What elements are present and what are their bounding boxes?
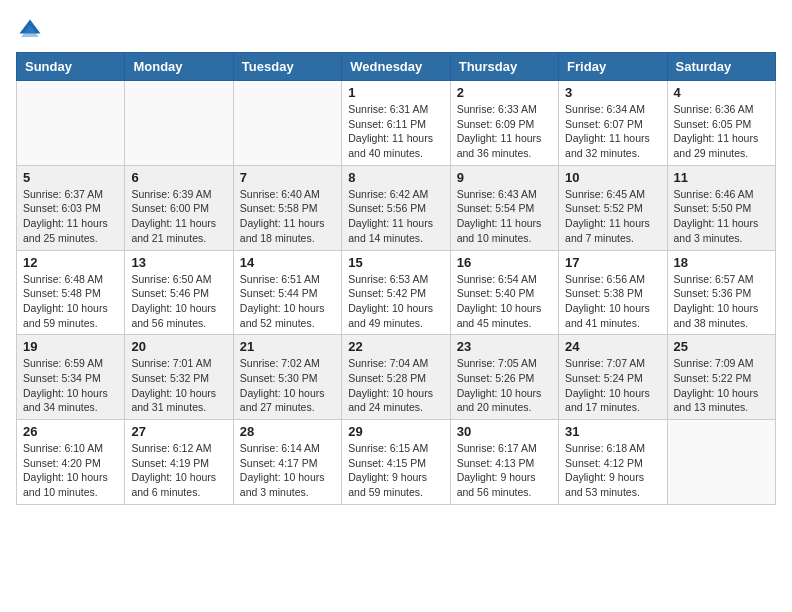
header-monday: Monday [125,53,233,81]
calendar-day-cell: 31Sunrise: 6:18 AM Sunset: 4:12 PM Dayli… [559,420,667,505]
day-info: Sunrise: 7:05 AM Sunset: 5:26 PM Dayligh… [457,356,552,415]
day-number: 1 [348,85,443,100]
calendar-day-cell: 10Sunrise: 6:45 AM Sunset: 5:52 PM Dayli… [559,165,667,250]
day-info: Sunrise: 6:46 AM Sunset: 5:50 PM Dayligh… [674,187,769,246]
day-info: Sunrise: 6:31 AM Sunset: 6:11 PM Dayligh… [348,102,443,161]
header-thursday: Thursday [450,53,558,81]
header-sunday: Sunday [17,53,125,81]
header-tuesday: Tuesday [233,53,341,81]
day-info: Sunrise: 6:33 AM Sunset: 6:09 PM Dayligh… [457,102,552,161]
day-info: Sunrise: 7:07 AM Sunset: 5:24 PM Dayligh… [565,356,660,415]
day-info: Sunrise: 6:15 AM Sunset: 4:15 PM Dayligh… [348,441,443,500]
day-number: 19 [23,339,118,354]
calendar-day-cell: 5Sunrise: 6:37 AM Sunset: 6:03 PM Daylig… [17,165,125,250]
day-info: Sunrise: 6:42 AM Sunset: 5:56 PM Dayligh… [348,187,443,246]
day-number: 15 [348,255,443,270]
day-number: 6 [131,170,226,185]
calendar-day-cell: 11Sunrise: 6:46 AM Sunset: 5:50 PM Dayli… [667,165,775,250]
day-info: Sunrise: 6:56 AM Sunset: 5:38 PM Dayligh… [565,272,660,331]
calendar-week-row: 5Sunrise: 6:37 AM Sunset: 6:03 PM Daylig… [17,165,776,250]
day-number: 27 [131,424,226,439]
calendar-day-cell: 19Sunrise: 6:59 AM Sunset: 5:34 PM Dayli… [17,335,125,420]
calendar-day-cell: 4Sunrise: 6:36 AM Sunset: 6:05 PM Daylig… [667,81,775,166]
calendar-day-cell: 22Sunrise: 7:04 AM Sunset: 5:28 PM Dayli… [342,335,450,420]
logo [16,16,48,44]
calendar-day-cell: 14Sunrise: 6:51 AM Sunset: 5:44 PM Dayli… [233,250,341,335]
calendar-day-cell: 9Sunrise: 6:43 AM Sunset: 5:54 PM Daylig… [450,165,558,250]
calendar-day-cell: 17Sunrise: 6:56 AM Sunset: 5:38 PM Dayli… [559,250,667,335]
calendar-header-row: SundayMondayTuesdayWednesdayThursdayFrid… [17,53,776,81]
day-info: Sunrise: 6:12 AM Sunset: 4:19 PM Dayligh… [131,441,226,500]
day-number: 14 [240,255,335,270]
day-number: 21 [240,339,335,354]
calendar-day-cell: 2Sunrise: 6:33 AM Sunset: 6:09 PM Daylig… [450,81,558,166]
day-number: 5 [23,170,118,185]
day-info: Sunrise: 6:53 AM Sunset: 5:42 PM Dayligh… [348,272,443,331]
day-info: Sunrise: 6:48 AM Sunset: 5:48 PM Dayligh… [23,272,118,331]
day-info: Sunrise: 6:37 AM Sunset: 6:03 PM Dayligh… [23,187,118,246]
calendar-day-cell: 8Sunrise: 6:42 AM Sunset: 5:56 PM Daylig… [342,165,450,250]
calendar-day-cell: 25Sunrise: 7:09 AM Sunset: 5:22 PM Dayli… [667,335,775,420]
calendar-day-cell: 27Sunrise: 6:12 AM Sunset: 4:19 PM Dayli… [125,420,233,505]
calendar-day-cell: 29Sunrise: 6:15 AM Sunset: 4:15 PM Dayli… [342,420,450,505]
day-info: Sunrise: 7:01 AM Sunset: 5:32 PM Dayligh… [131,356,226,415]
day-info: Sunrise: 6:39 AM Sunset: 6:00 PM Dayligh… [131,187,226,246]
day-number: 2 [457,85,552,100]
day-number: 7 [240,170,335,185]
calendar-day-cell [233,81,341,166]
calendar-day-cell: 3Sunrise: 6:34 AM Sunset: 6:07 PM Daylig… [559,81,667,166]
day-info: Sunrise: 6:10 AM Sunset: 4:20 PM Dayligh… [23,441,118,500]
calendar-day-cell: 28Sunrise: 6:14 AM Sunset: 4:17 PM Dayli… [233,420,341,505]
page-header [16,16,776,44]
day-info: Sunrise: 6:43 AM Sunset: 5:54 PM Dayligh… [457,187,552,246]
day-info: Sunrise: 6:14 AM Sunset: 4:17 PM Dayligh… [240,441,335,500]
day-number: 22 [348,339,443,354]
day-info: Sunrise: 6:45 AM Sunset: 5:52 PM Dayligh… [565,187,660,246]
day-number: 12 [23,255,118,270]
day-number: 9 [457,170,552,185]
day-number: 31 [565,424,660,439]
day-number: 24 [565,339,660,354]
calendar-day-cell: 1Sunrise: 6:31 AM Sunset: 6:11 PM Daylig… [342,81,450,166]
day-info: Sunrise: 7:09 AM Sunset: 5:22 PM Dayligh… [674,356,769,415]
day-number: 29 [348,424,443,439]
calendar-day-cell: 21Sunrise: 7:02 AM Sunset: 5:30 PM Dayli… [233,335,341,420]
calendar-day-cell: 16Sunrise: 6:54 AM Sunset: 5:40 PM Dayli… [450,250,558,335]
day-info: Sunrise: 6:54 AM Sunset: 5:40 PM Dayligh… [457,272,552,331]
day-info: Sunrise: 6:51 AM Sunset: 5:44 PM Dayligh… [240,272,335,331]
day-info: Sunrise: 6:18 AM Sunset: 4:12 PM Dayligh… [565,441,660,500]
calendar-day-cell [667,420,775,505]
calendar-day-cell: 23Sunrise: 7:05 AM Sunset: 5:26 PM Dayli… [450,335,558,420]
calendar-day-cell [125,81,233,166]
calendar-day-cell: 26Sunrise: 6:10 AM Sunset: 4:20 PM Dayli… [17,420,125,505]
logo-icon [16,16,44,44]
day-number: 16 [457,255,552,270]
calendar-day-cell: 18Sunrise: 6:57 AM Sunset: 5:36 PM Dayli… [667,250,775,335]
day-number: 13 [131,255,226,270]
header-saturday: Saturday [667,53,775,81]
day-info: Sunrise: 6:57 AM Sunset: 5:36 PM Dayligh… [674,272,769,331]
calendar-day-cell: 12Sunrise: 6:48 AM Sunset: 5:48 PM Dayli… [17,250,125,335]
day-info: Sunrise: 7:04 AM Sunset: 5:28 PM Dayligh… [348,356,443,415]
calendar-day-cell: 7Sunrise: 6:40 AM Sunset: 5:58 PM Daylig… [233,165,341,250]
day-number: 8 [348,170,443,185]
calendar-day-cell: 30Sunrise: 6:17 AM Sunset: 4:13 PM Dayli… [450,420,558,505]
day-info: Sunrise: 6:34 AM Sunset: 6:07 PM Dayligh… [565,102,660,161]
day-number: 3 [565,85,660,100]
header-friday: Friday [559,53,667,81]
day-number: 30 [457,424,552,439]
day-number: 23 [457,339,552,354]
day-number: 18 [674,255,769,270]
calendar-day-cell [17,81,125,166]
header-wednesday: Wednesday [342,53,450,81]
day-number: 26 [23,424,118,439]
calendar-day-cell: 20Sunrise: 7:01 AM Sunset: 5:32 PM Dayli… [125,335,233,420]
day-number: 20 [131,339,226,354]
calendar-week-row: 19Sunrise: 6:59 AM Sunset: 5:34 PM Dayli… [17,335,776,420]
day-number: 11 [674,170,769,185]
day-number: 25 [674,339,769,354]
day-info: Sunrise: 7:02 AM Sunset: 5:30 PM Dayligh… [240,356,335,415]
day-info: Sunrise: 6:40 AM Sunset: 5:58 PM Dayligh… [240,187,335,246]
day-info: Sunrise: 6:17 AM Sunset: 4:13 PM Dayligh… [457,441,552,500]
day-number: 4 [674,85,769,100]
